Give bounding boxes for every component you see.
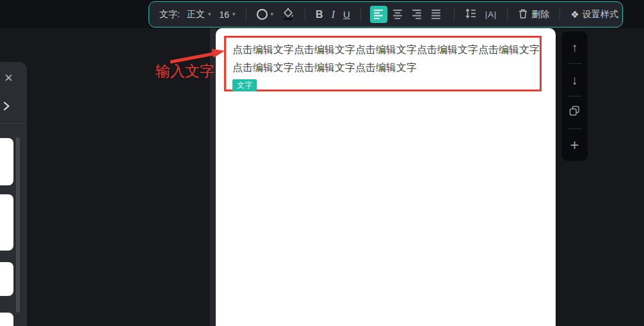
- underline-icon: U: [343, 9, 350, 20]
- caret-down-icon: ▾: [271, 12, 274, 17]
- align-right-button[interactable]: [408, 6, 426, 23]
- font-size-value: 16: [219, 10, 229, 20]
- paint-bucket-icon: [282, 7, 294, 22]
- template-thumbnail[interactable]: [0, 313, 13, 326]
- document-canvas[interactable]: 点击编辑文字点击编辑文字点击编辑文字点击编辑文字点击编辑文字 点击编辑文字点击编…: [216, 28, 556, 326]
- move-down-button[interactable]: ↓: [561, 64, 588, 96]
- text-layer-badge: 文字: [232, 79, 257, 91]
- left-panel: ×: [0, 62, 27, 326]
- align-justify-icon: [430, 8, 442, 21]
- delete-label: 删除: [531, 9, 549, 20]
- text-line: 点击编辑文字点击编辑文字点击编辑文字点击编辑文字点击编辑文字: [232, 41, 540, 59]
- trash-icon: [518, 8, 528, 21]
- text-color-button[interactable]: ▾: [255, 6, 275, 24]
- caret-down-icon: ▾: [208, 12, 211, 17]
- text-color-circle-icon: [257, 9, 268, 20]
- align-left-icon: [373, 8, 384, 21]
- selected-text-box[interactable]: 点击编辑文字点击编辑文字点击编辑文字点击编辑文字点击编辑文字 点击编辑文字点击编…: [224, 36, 542, 91]
- letter-spacing-button[interactable]: |A|: [484, 6, 498, 24]
- template-thumbnail[interactable]: [0, 138, 13, 185]
- move-up-button[interactable]: ↑: [561, 31, 588, 63]
- italic-button[interactable]: I: [330, 6, 336, 24]
- bold-button[interactable]: B: [314, 6, 325, 24]
- underline-button[interactable]: U: [342, 6, 351, 24]
- font-style-dropdown[interactable]: 正文 ▾: [186, 6, 213, 24]
- app-window: 文字: 正文 ▾ 16 ▾ ▾ B: [0, 0, 644, 326]
- toolbar-divider: [559, 8, 560, 21]
- text-format-toolbar: 文字: 正文 ▾ 16 ▾ ▾ B: [149, 1, 623, 27]
- panel-divider: [0, 123, 26, 124]
- template-thumbnail[interactable]: [0, 262, 13, 296]
- font-size-dropdown[interactable]: 16 ▾: [218, 6, 236, 24]
- arrow-down-icon: ↓: [572, 73, 578, 88]
- toolbar-divider: [454, 8, 455, 21]
- toolbar-divider: [246, 8, 246, 21]
- letter-spacing-icon: |A|: [485, 10, 497, 19]
- bold-icon: B: [316, 9, 323, 20]
- caret-down-icon: ▾: [232, 12, 236, 17]
- font-style-value: 正文: [187, 9, 205, 20]
- add-button[interactable]: +: [561, 129, 588, 161]
- toolbar-divider: [360, 8, 361, 21]
- duplicate-button[interactable]: [561, 97, 588, 128]
- italic-icon: I: [332, 9, 335, 20]
- style-diamonds-icon: ❖: [570, 9, 579, 20]
- align-justify-button[interactable]: [428, 6, 445, 23]
- toolbar-divider: [305, 8, 305, 21]
- line-spacing-button[interactable]: [463, 6, 478, 24]
- toolbar-divider: [507, 8, 508, 21]
- line-spacing-icon: [465, 8, 477, 21]
- set-style-button[interactable]: ❖ 设置样式: [569, 6, 619, 24]
- alignment-button-group: [370, 6, 445, 23]
- duplicate-icon: [568, 105, 581, 120]
- panel-scrollbar[interactable]: [16, 137, 20, 313]
- arrow-up-icon: ↑: [572, 40, 578, 55]
- align-center-button[interactable]: [389, 6, 407, 23]
- delete-button[interactable]: 删除: [517, 6, 551, 24]
- align-right-icon: [411, 8, 423, 21]
- align-left-button[interactable]: [370, 6, 387, 23]
- toolbar-title: 文字:: [159, 9, 180, 20]
- template-thumbnail[interactable]: [0, 194, 13, 251]
- fill-color-button[interactable]: [280, 6, 296, 24]
- annotation-arrow-icon: [154, 43, 227, 69]
- set-style-label: 设置样式: [583, 9, 618, 20]
- close-icon[interactable]: ×: [4, 71, 13, 85]
- chevron-right-icon[interactable]: [1, 100, 12, 114]
- text-line: 点击编辑文字点击编辑文字点击编辑文字: [232, 59, 540, 77]
- layer-toolbar: ↑ ↓ +: [561, 31, 588, 161]
- plus-icon: +: [570, 136, 579, 154]
- align-center-icon: [392, 8, 403, 21]
